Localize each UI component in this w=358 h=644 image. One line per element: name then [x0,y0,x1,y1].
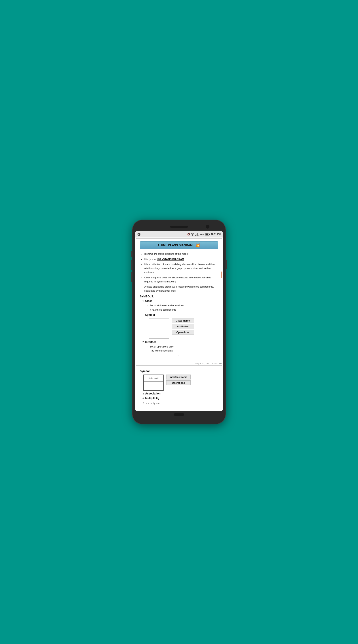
phone-screen: 🔇 64% [135,231,223,411]
silent-switch[interactable] [131,272,132,282]
earpiece-speaker [170,226,188,228]
interface-body-cell [144,382,163,390]
svg-rect-1 [196,234,196,236]
operations-label: Operations [172,330,194,335]
wifi-icon [191,233,194,236]
scroll-indicator[interactable] [221,272,221,278]
class-labels: Class Name Attributes Operations [172,318,194,335]
bullet-2: It is type of UML-STATIC DIAGRAM [144,258,218,262]
intro-bullets: It shows the static structure of the mod… [140,252,218,293]
explosion-icon: 💥 [195,243,200,248]
interface-sub-1: Set of operations only [150,344,218,349]
status-time: 10:11 PM [211,233,221,236]
association-item: Association [145,392,218,395]
signal-icon [195,233,199,236]
battery-percent: 64% [200,233,204,236]
svg-rect-7 [209,234,210,235]
phone-top [135,226,223,229]
page-header: 1. UML CLASS DIAGRAM: 💥 [140,241,218,249]
bullet-5: A class diagram is drawn as a rectangle … [144,285,218,293]
interface-box: <<interface>> [143,374,164,391]
status-bar: 🔇 64% [135,231,223,238]
class-box-ops [149,332,169,338]
phone-device: 🔇 64% [132,220,226,424]
bullet-1: It shows the static structure of the mod… [144,252,218,256]
symbol-label-2: Symbol [140,370,218,373]
class-box-name [149,318,169,325]
bullet-3: It is a collection of static modeling el… [144,262,218,274]
svg-rect-2 [197,234,197,236]
page-timestamp: August 22, 2015 | 3:28:23 PM [135,362,222,364]
symbols-heading: SYMBOLS: [140,295,218,298]
zero-label: 0. ← exactly zero [143,402,160,404]
page-title: 1. UML CLASS DIAGRAM: [158,244,194,247]
class-sub-bullets: Set of attributes and operations It has … [145,304,218,312]
class-box-attrs [149,325,169,332]
class-title: Class [145,300,152,302]
interface-labels: Interface Name Operations [166,374,191,385]
page-2: Symbol <<interface>> Interface Name Oper… [136,366,222,410]
class-sub-2: It has three components [150,308,218,312]
battery-icon [205,233,210,236]
interface-header-cell: <<interface>> [144,375,163,382]
svg-rect-5 [199,234,199,236]
page-1: 1. UML CLASS DIAGRAM: 💥 It shows the sta… [136,238,222,361]
attributes-label: Attributes [172,324,194,329]
association-title: Association [145,392,160,395]
class-item: Class Set of attributes and operations I… [145,300,218,338]
class-box [149,318,169,339]
front-camera [206,225,209,228]
status-left [137,233,141,236]
interface-operations-label: Operations [166,380,191,385]
status-right: 🔇 64% [187,233,221,236]
class-name-label: Class Name [172,318,194,323]
interface-diagram: <<interface>> Interface Name Operations [143,374,218,391]
shield-icon [137,233,141,236]
interface-name-label: Interface Name [166,374,191,380]
bullet-4: Class diagrams does not show temporal in… [144,276,218,284]
symbol-label-1: Symbol [145,313,218,316]
symbols-list: Class Set of attributes and operations I… [140,300,218,353]
multiplicity-item: Multiplicity [145,397,218,400]
interface-sub-bullets: Set of operations only Has two component… [145,344,218,353]
multiplicity-title: Multiplicity [145,397,159,400]
interface-sub-2: Has two components [150,348,218,353]
more-items: Association Multiplicity 0. ← exactly ze… [140,392,218,404]
svg-rect-0 [195,235,196,236]
svg-rect-4 [198,235,199,236]
class-sub-1: Set of attributes and operations [150,304,218,308]
class-diagram: Class Name Attributes Operations [149,318,218,339]
svg-rect-8 [205,234,208,235]
volume-up-button[interactable] [131,251,132,257]
power-button[interactable] [226,260,227,269]
interface-item: Interface Set of operations only Has two… [145,340,218,353]
zero-item: 0. ← exactly zero [143,402,218,404]
page-footer: 1 [140,355,218,358]
volume-down-button[interactable] [131,260,132,270]
home-button[interactable] [174,413,184,416]
mute-icon: 🔇 [187,233,190,236]
interface-title: Interface [145,340,156,344]
svg-rect-3 [197,233,198,236]
uml-static-text: UML-STATIC DIAGRAM [157,258,184,260]
